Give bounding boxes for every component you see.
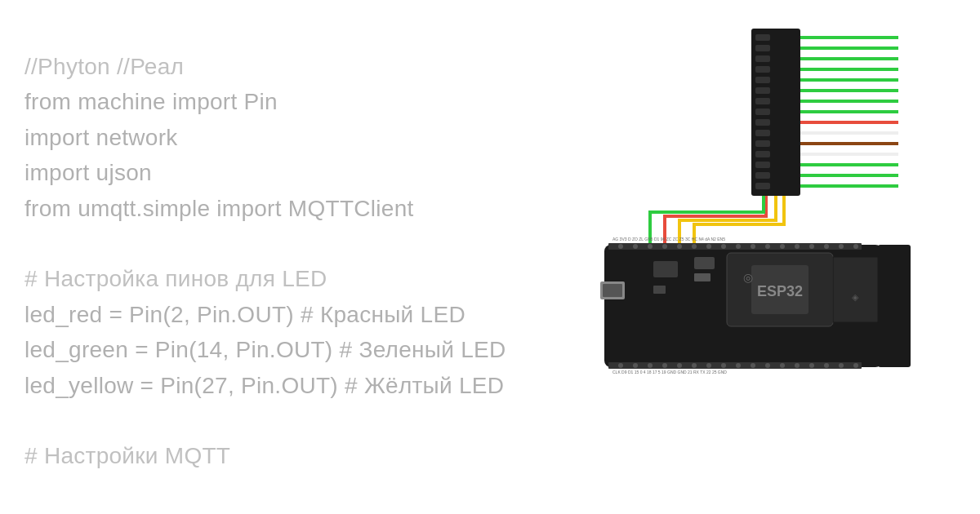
svg-rect-12 <box>755 151 770 157</box>
svg-rect-77 <box>653 286 666 294</box>
svg-point-71 <box>824 363 829 368</box>
svg-rect-81 <box>833 257 878 322</box>
svg-rect-38 <box>608 243 862 250</box>
svg-rect-9 <box>755 119 770 126</box>
svg-point-61 <box>677 363 682 368</box>
circuit-diagram: ESP32 ◎ <box>588 24 931 416</box>
code-led-red: led_red = Pin(2, Pin.OUT) # Красный LED <box>24 297 506 332</box>
svg-point-58 <box>633 363 638 368</box>
code-line-import2: import network <box>24 120 506 155</box>
board-diagram: ESP32 ◎ <box>588 24 931 416</box>
svg-point-48 <box>751 244 755 249</box>
svg-rect-76 <box>653 261 678 277</box>
svg-point-73 <box>853 363 858 368</box>
svg-rect-56 <box>608 362 862 369</box>
svg-rect-5 <box>755 77 770 83</box>
svg-rect-8 <box>755 109 770 115</box>
svg-rect-3 <box>755 55 770 62</box>
svg-point-60 <box>662 363 667 368</box>
code-block: //Phyton //Реал from machine import Pin … <box>24 49 506 474</box>
svg-point-40 <box>633 244 638 249</box>
svg-rect-75 <box>694 273 710 281</box>
svg-text:ESP32: ESP32 <box>757 283 803 299</box>
svg-point-52 <box>809 244 814 249</box>
svg-rect-13 <box>755 162 770 168</box>
code-line-import3: import ujson <box>24 155 506 190</box>
code-comment-2: # Настройки MQTT <box>24 438 506 473</box>
svg-rect-7 <box>755 98 770 104</box>
svg-point-63 <box>706 363 711 368</box>
svg-point-41 <box>648 244 653 249</box>
svg-point-69 <box>795 363 800 368</box>
code-led-green: led_green = Pin(14, Pin.OUT) # Зеленый L… <box>24 332 506 367</box>
code-led-yellow: led_yellow = Pin(27, Pin.OUT) # Жёлтый L… <box>24 368 506 403</box>
svg-point-64 <box>721 363 726 368</box>
svg-rect-10 <box>755 130 770 136</box>
svg-point-59 <box>648 363 653 368</box>
svg-rect-4 <box>755 66 770 73</box>
code-line-header: //Phyton //Реал <box>24 49 506 84</box>
svg-text:CLK D9 D1 15  0  4 18 17  5 19: CLK D9 D1 15 0 4 18 17 5 19 GND GND 21 R… <box>612 370 727 374</box>
code-empty-1 <box>24 226 506 261</box>
svg-point-39 <box>618 244 623 249</box>
svg-point-54 <box>839 244 844 249</box>
svg-text:AG 3V3 D ZO ZL GN5 D1 96 ZC ZC: AG 3V3 D ZO ZL GN5 D1 96 ZC ZC Z5 3C HC … <box>612 237 725 241</box>
svg-point-55 <box>853 244 858 249</box>
svg-point-51 <box>795 244 800 249</box>
svg-rect-74 <box>694 257 715 269</box>
svg-rect-2 <box>755 45 770 51</box>
svg-text:◈: ◈ <box>852 292 859 302</box>
svg-rect-1 <box>755 34 770 41</box>
code-line-import1: from machine import Pin <box>24 84 506 119</box>
svg-point-46 <box>721 244 726 249</box>
svg-point-66 <box>751 363 755 368</box>
svg-rect-6 <box>755 87 770 94</box>
svg-point-67 <box>765 363 770 368</box>
svg-text:◎: ◎ <box>743 271 753 284</box>
svg-rect-37 <box>603 284 622 297</box>
svg-point-44 <box>692 244 697 249</box>
svg-point-68 <box>780 363 785 368</box>
svg-rect-11 <box>755 140 770 147</box>
svg-point-57 <box>618 363 623 368</box>
svg-point-50 <box>780 244 785 249</box>
svg-rect-14 <box>755 172 770 179</box>
svg-point-65 <box>736 363 741 368</box>
svg-point-42 <box>662 244 667 249</box>
svg-rect-15 <box>755 183 770 189</box>
svg-point-47 <box>736 244 741 249</box>
code-comment-1: # Настройка пинов для LED <box>24 261 506 296</box>
svg-point-43 <box>677 244 682 249</box>
svg-point-72 <box>839 363 844 368</box>
svg-point-62 <box>692 363 697 368</box>
svg-point-70 <box>809 363 814 368</box>
svg-point-49 <box>765 244 770 249</box>
svg-point-53 <box>824 244 829 249</box>
svg-rect-78 <box>878 245 911 367</box>
svg-point-45 <box>706 244 711 249</box>
code-empty-2 <box>24 403 506 438</box>
code-line-import4: from umqtt.simple import MQTTClient <box>24 191 506 226</box>
